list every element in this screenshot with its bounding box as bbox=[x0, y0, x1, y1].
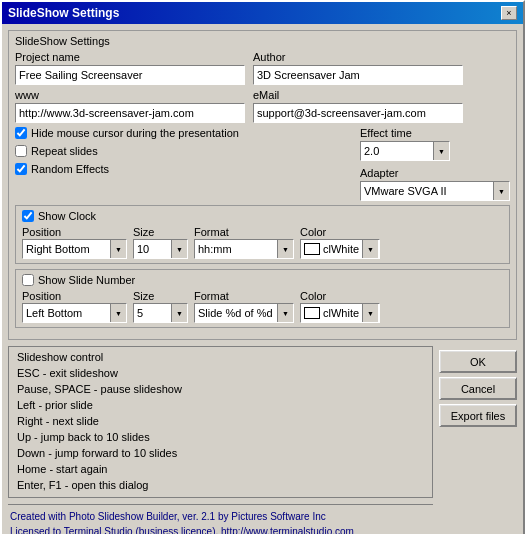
hide-mouse-row: Hide mouse cursor during the presentatio… bbox=[15, 127, 352, 139]
slide-num-color-label: Color bbox=[300, 290, 380, 302]
random-effects-label: Random Effects bbox=[31, 163, 109, 175]
slide-num-position-select[interactable]: Left BottomRight BottomLeft TopRight Top bbox=[23, 304, 126, 322]
author-input[interactable] bbox=[253, 65, 463, 85]
title-bar-controls: × bbox=[501, 6, 517, 20]
clock-color-label: Color bbox=[300, 226, 380, 238]
slide-num-color-col: Color clWhite ▼ bbox=[300, 290, 380, 323]
slideshow-control-title: Slideshow control bbox=[17, 351, 424, 363]
author-label: Author bbox=[253, 51, 463, 63]
clock-format-label: Format bbox=[194, 226, 294, 238]
slide-num-size-select[interactable]: 581012 bbox=[134, 304, 187, 322]
clock-position-select-wrapper: Right BottomLeft BottomRight TopLeft Top… bbox=[22, 239, 127, 259]
slide-num-color-swatch bbox=[304, 307, 320, 319]
effect-time-label: Effect time bbox=[360, 127, 510, 139]
slideshow-control-lines: ESC - exit slideshowPause, SPACE - pause… bbox=[17, 365, 424, 493]
repeat-slides-row: Repeat slides bbox=[15, 145, 352, 157]
show-clock-row: Show Clock bbox=[22, 210, 503, 222]
effect-time-select-wrapper: 2.01.03.05.0 ▼ bbox=[360, 141, 450, 161]
clock-position-col: Position Right BottomLeft BottomRight To… bbox=[22, 226, 127, 259]
clock-color-col: Color clWhite ▼ bbox=[300, 226, 380, 259]
project-input[interactable] bbox=[15, 65, 245, 85]
repeat-slides-checkbox[interactable] bbox=[15, 145, 27, 157]
clock-color-wrapper[interactable]: clWhite ▼ bbox=[300, 239, 380, 259]
show-clock-checkbox[interactable] bbox=[22, 210, 34, 222]
export-button[interactable]: Export files bbox=[439, 404, 517, 427]
effect-adapter-col: Effect time 2.01.03.05.0 ▼ Adapter VMwar… bbox=[360, 127, 510, 201]
slide-num-color-wrapper[interactable]: clWhite ▼ bbox=[300, 303, 380, 323]
email-input[interactable] bbox=[253, 103, 463, 123]
footer-line2: Licensed to Terminal Studio (business li… bbox=[10, 524, 431, 534]
adapter-select-wrapper: VMware SVGA II ▼ bbox=[360, 181, 510, 201]
hide-mouse-label: Hide mouse cursor during the presentatio… bbox=[31, 127, 239, 139]
close-button[interactable]: × bbox=[501, 6, 517, 20]
control-line: Right - next slide bbox=[17, 413, 424, 429]
slide-num-position-col: Position Left BottomRight BottomLeft Top… bbox=[22, 290, 127, 323]
checkboxes-col: Hide mouse cursor during the presentatio… bbox=[15, 127, 352, 179]
show-slide-number-row: Show Slide Number bbox=[22, 274, 503, 286]
slide-num-format-select[interactable]: Slide %d of %d%d/%d bbox=[195, 304, 293, 322]
clock-color-swatch bbox=[304, 243, 320, 255]
main-group-title: SlideShow Settings bbox=[15, 35, 510, 47]
main-window: SlideShow Settings × SlideShow Settings … bbox=[0, 0, 525, 534]
clock-color-text: clWhite bbox=[323, 243, 362, 255]
clock-controls-row: Position Right BottomLeft BottomRight To… bbox=[22, 226, 503, 259]
control-line: Pause, SPACE - pause slideshow bbox=[17, 381, 424, 397]
show-slide-number-label: Show Slide Number bbox=[38, 274, 135, 286]
control-line: Down - jump forward to 10 slides bbox=[17, 445, 424, 461]
clock-format-select[interactable]: hh:mmhh:mm:ssh:mm AM/PM bbox=[195, 240, 293, 258]
control-line: Up - jump back to 10 slides bbox=[17, 429, 424, 445]
control-line: Enter, F1 - open this dialog bbox=[17, 477, 424, 493]
random-effects-checkbox[interactable] bbox=[15, 163, 27, 175]
bottom-area: Slideshow control ESC - exit slideshowPa… bbox=[8, 346, 517, 534]
www-email-row: www eMail bbox=[15, 89, 510, 123]
slide-num-position-select-wrapper: Left BottomRight BottomLeft TopRight Top… bbox=[22, 303, 127, 323]
chevron-down-icon-6: ▼ bbox=[362, 240, 378, 258]
adapter-label: Adapter bbox=[360, 167, 510, 179]
www-input[interactable] bbox=[15, 103, 245, 123]
chevron-down-icon-10: ▼ bbox=[362, 304, 378, 322]
clock-size-label: Size bbox=[133, 226, 188, 238]
ok-button[interactable]: OK bbox=[439, 350, 517, 373]
clock-position-label: Position bbox=[22, 226, 127, 238]
clock-format-select-wrapper: hh:mmhh:mm:ssh:mm AM/PM ▼ bbox=[194, 239, 294, 259]
window-body: SlideShow Settings Project name Author w… bbox=[2, 24, 523, 534]
www-label: www bbox=[15, 89, 245, 101]
clock-position-select[interactable]: Right BottomLeft BottomRight TopLeft Top bbox=[23, 240, 126, 258]
slide-num-format-select-wrapper: Slide %d of %d%d/%d ▼ bbox=[194, 303, 294, 323]
footer-line1: Created with Photo Slideshow Builder, ve… bbox=[10, 509, 431, 524]
project-col: Project name bbox=[15, 51, 245, 85]
slide-num-format-label: Format bbox=[194, 290, 294, 302]
slide-num-size-select-wrapper: 581012 ▼ bbox=[133, 303, 188, 323]
show-clock-label: Show Clock bbox=[38, 210, 96, 222]
footer: Created with Photo Slideshow Builder, ve… bbox=[8, 504, 433, 534]
random-effects-row: Random Effects bbox=[15, 163, 352, 175]
project-author-row: Project name Author bbox=[15, 51, 510, 85]
clock-size-select[interactable]: 1081214 bbox=[134, 240, 187, 258]
show-slide-number-checkbox[interactable] bbox=[22, 274, 34, 286]
options-row: Hide mouse cursor during the presentatio… bbox=[15, 127, 510, 201]
hide-mouse-checkbox[interactable] bbox=[15, 127, 27, 139]
control-line: ESC - exit slideshow bbox=[17, 365, 424, 381]
clock-format-col: Format hh:mmhh:mm:ssh:mm AM/PM ▼ bbox=[194, 226, 294, 259]
slideshow-control-box: Slideshow control ESC - exit slideshowPa… bbox=[8, 346, 433, 498]
clock-size-select-wrapper: 1081214 ▼ bbox=[133, 239, 188, 259]
cancel-button[interactable]: Cancel bbox=[439, 377, 517, 400]
email-label: eMail bbox=[253, 89, 463, 101]
main-group-box: SlideShow Settings Project name Author w… bbox=[8, 30, 517, 340]
slide-num-size-col: Size 581012 ▼ bbox=[133, 290, 188, 323]
control-line: Left - prior slide bbox=[17, 397, 424, 413]
slide-num-size-label: Size bbox=[133, 290, 188, 302]
slide-num-color-text: clWhite bbox=[323, 307, 362, 319]
show-slide-number-section: Show Slide Number Position Left BottomRi… bbox=[15, 269, 510, 328]
bottom-left: Slideshow control ESC - exit slideshowPa… bbox=[8, 346, 433, 534]
project-label: Project name bbox=[15, 51, 245, 63]
slide-num-format-col: Format Slide %d of %d%d/%d ▼ bbox=[194, 290, 294, 323]
www-col: www bbox=[15, 89, 245, 123]
email-col: eMail bbox=[253, 89, 463, 123]
slide-num-position-label: Position bbox=[22, 290, 127, 302]
title-bar: SlideShow Settings × bbox=[2, 2, 523, 24]
adapter-select[interactable]: VMware SVGA II bbox=[361, 182, 509, 200]
effect-time-select[interactable]: 2.01.03.05.0 bbox=[361, 142, 449, 160]
show-clock-section: Show Clock Position Right BottomLeft Bot… bbox=[15, 205, 510, 264]
window-title: SlideShow Settings bbox=[8, 6, 119, 20]
